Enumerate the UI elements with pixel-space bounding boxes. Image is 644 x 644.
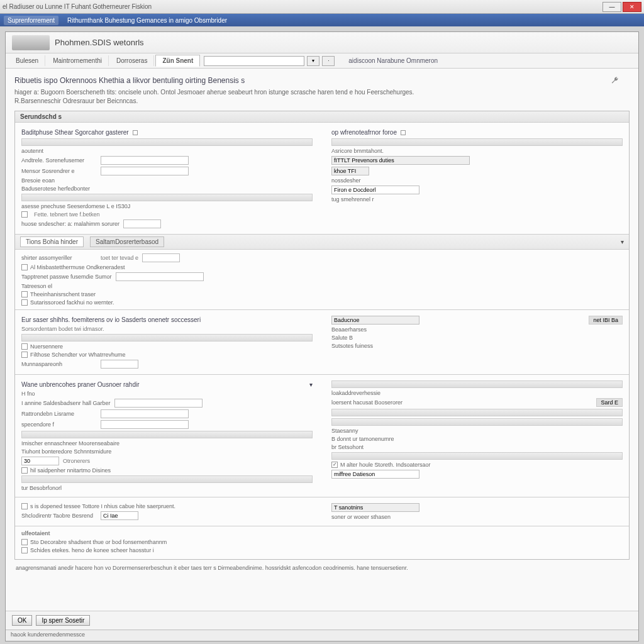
collapse-icon[interactable]	[133, 130, 138, 135]
p1-l-f2: Andtrele. Sorenefusemer	[21, 157, 97, 164]
p2-r3: Sutsotes fuiness	[331, 343, 623, 349]
intro-heading: Ribuetis ispo Okrennoos Khethia a likvor…	[14, 76, 630, 85]
sect1-drop-icon[interactable]: ▾	[621, 238, 624, 245]
p2-sub: Sorsordentam bodet twi idmasor.	[21, 326, 313, 332]
p1-l-f6: asesse pnechuse Seeserdomese L e IS30J	[21, 203, 313, 209]
p1-right-subhead: op wfrenoteafrnor foroe	[331, 129, 397, 136]
p2-l3-input[interactable]	[101, 360, 138, 369]
p3-l2-input[interactable]	[101, 409, 189, 418]
p1-r3-input	[331, 167, 369, 175]
p2-l1: Nuersennere	[30, 343, 63, 350]
sect1-tab1[interactable]: Tions Bohia hinder	[20, 236, 84, 247]
p3-l1: I annine Saldesbadsenr hall Garber	[21, 400, 111, 406]
search-dropdown[interactable]: ▾	[307, 56, 319, 66]
apply-button[interactable]: Ip sperr Sosetir	[36, 615, 90, 626]
tab-3-active[interactable]: Zün Snent	[155, 55, 200, 67]
sect1-prompt2: toet ter tevad e	[101, 255, 138, 261]
p1-r1: Asricore bmmtahont.	[331, 148, 623, 154]
p3-r7-input[interactable]	[331, 470, 419, 479]
collapse-icon-r[interactable]	[401, 130, 406, 135]
wrench-icon[interactable]	[611, 76, 619, 85]
p3-l8: tur Besobrfonorl	[21, 485, 313, 491]
p2-l3: Munnaspareonh	[21, 361, 97, 367]
intro-line1: hiager a: Bugoorn Boerscheneth tits: onc…	[14, 89, 630, 96]
minimize-button[interactable]: —	[602, 2, 621, 12]
p4-l1: s is dopened tessee Tottore I nhius cabu…	[30, 503, 175, 509]
p3-l7: hil saidpenher nnitartmo Disines	[30, 467, 111, 474]
p1-l-f8: huose sndescher: a: malahimm sorurer	[21, 221, 119, 227]
menu-item-0[interactable]: Suprenforrement	[4, 16, 58, 25]
p3-l3-input[interactable]	[101, 420, 189, 429]
p3-r6: M alter houle Storeth. Indsoatersaor	[340, 462, 431, 468]
p3-l1-input[interactable]	[114, 399, 203, 408]
header-icon	[12, 35, 50, 50]
panel1-head: Serundschd s	[15, 111, 629, 123]
b2-l2: Tapptrenet passwe fusemdie Sumor	[21, 274, 112, 280]
p3-chk1[interactable]	[21, 467, 28, 474]
p3-l5: Tiuhont bonteredore Schnntsmidure	[21, 448, 313, 455]
p2-r1: Beaaerharses	[331, 326, 623, 333]
p1-left-subhead: Baditphuse Sthear Sgorcahor gasterer	[21, 129, 129, 136]
p4-r2: soner or woeer sthasen	[331, 514, 623, 520]
menu-item-1[interactable]: Rithurnthank Buhestung Gemances in amigo…	[67, 17, 227, 24]
search-go[interactable]: ·	[322, 56, 335, 66]
p2-head-r-input	[331, 316, 419, 325]
close-button[interactable]: ✕	[623, 2, 641, 12]
p1-r2-input	[331, 156, 470, 165]
p1-l-f1: aoutennt	[21, 148, 313, 154]
p2-badge: net IBI Ba	[589, 316, 623, 325]
p5-l1: Sto Decorabre shadsent thue or bod fonse…	[30, 539, 167, 545]
p2-head-l: Eur saser shihhs. foemiterens ov io Sasd…	[21, 316, 313, 323]
p1-l-chk1[interactable]	[21, 211, 28, 218]
p4-l2: Shclodirentr Taobre Besrend	[21, 513, 97, 519]
p5-l2: Schides etekes. heno de konee scheer hao…	[30, 547, 154, 553]
page-title: Phohmen.SDIS wetonrls	[55, 38, 144, 47]
window-title: el Radiuser ou Lunne IT Fuhant Gotherneu…	[3, 3, 602, 10]
sect1-input[interactable]	[142, 253, 180, 262]
p1-l-f2-input[interactable]	[101, 156, 189, 165]
p1-r4: nossdesher	[331, 177, 623, 184]
p3-r3: Staesanny	[331, 428, 623, 434]
p3-l3: specendore f	[21, 421, 97, 428]
p4-l2-input[interactable]	[101, 511, 138, 520]
p4-chk1[interactable]	[21, 503, 28, 509]
p1-l-f5: Baduserotese herfedbonter	[21, 186, 313, 192]
p1-r5-input[interactable]	[331, 186, 419, 194]
tab-1[interactable]: Maintrornementhi	[47, 55, 109, 66]
toolbar-link[interactable]: aidiscoon Narabune Omnmeron	[348, 57, 438, 64]
sect1-tab2[interactable]: SaltamDosrerterbasod	[90, 236, 164, 247]
b2-l5: Sutarissoroed fackhui no wernter.	[30, 299, 114, 306]
p1-l-f8-input[interactable]	[123, 219, 161, 228]
b2-l2-input[interactable]	[116, 272, 204, 281]
ok-button[interactable]: OK	[12, 615, 32, 626]
statusbar: haook kunderemedenmessce	[6, 630, 638, 641]
toolbar: Bulesen Maintrornementhi Dorroseras Zün …	[6, 53, 638, 69]
p1-l-f3: Mensor Sosrendrer e	[21, 168, 97, 174]
p2-chk2[interactable]	[21, 352, 28, 358]
tab-2[interactable]: Dorroseras	[110, 55, 154, 66]
p1-l-f4: Bresoie eoan	[21, 177, 313, 184]
p3-l0: H fno	[21, 391, 313, 397]
p3-l6-txt: Otronerers	[63, 458, 90, 464]
p5-chk2[interactable]	[21, 547, 28, 553]
p1-l-f3-input[interactable]	[101, 167, 189, 175]
menubar: Suprenforrement Rithurnthank Buhestung G…	[0, 14, 644, 26]
b2-chk2[interactable]	[21, 291, 28, 297]
p5-chk1[interactable]	[21, 539, 28, 545]
p3-r2-badge: Sard E	[596, 398, 623, 407]
p2-chk1[interactable]	[21, 343, 28, 350]
p5-head: ulfeotaient	[21, 530, 623, 536]
p3-r4: B donnt ur tamonenumre	[331, 436, 623, 442]
b2-chk1[interactable]	[21, 264, 28, 270]
p3-l2: Rattrondebn Lisrame	[21, 411, 97, 417]
p3-l6-num[interactable]	[21, 457, 59, 465]
p3-chk-r[interactable]	[331, 462, 338, 468]
b2-chk3[interactable]	[21, 299, 28, 306]
search-input[interactable]	[204, 56, 304, 66]
p2-r2: Salute B	[331, 335, 623, 341]
footer-note: anagrensmanati anedir hacere hon vo Dore…	[16, 565, 628, 571]
tab-0[interactable]: Bulesen	[9, 55, 45, 66]
p4-r1-input	[331, 503, 419, 512]
p3-l4: Imischer ennaschneer Moorenseabaire	[21, 440, 313, 447]
p1-r6: tug smehrennel r	[331, 196, 623, 203]
